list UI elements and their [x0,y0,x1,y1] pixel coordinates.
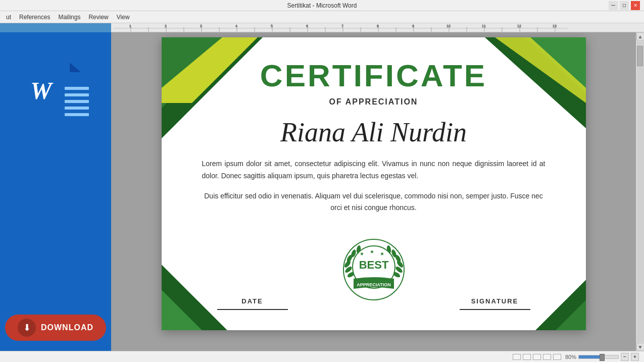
title-bar-controls: ─ □ ✕ [609,1,640,10]
signature-line [460,309,530,310]
svg-text:★: ★ [380,251,384,256]
menu-item-view[interactable]: View [114,13,133,22]
certificate-date-col: DATE [212,297,293,310]
scroll-track[interactable] [637,41,644,342]
download-button[interactable]: ⬇ DOWNLOAD [5,315,106,341]
svg-text:13: 13 [553,24,557,28]
view-icon-3[interactable] [533,354,541,360]
minimize-button[interactable]: ─ [609,1,618,10]
certificate-footer: DATE [202,229,546,310]
title-bar: Sertitikat - Microsoft Word ─ □ ✕ [0,0,644,11]
svg-text:10: 10 [447,24,451,28]
certificate-body-text-1: Lorem ipsum dolor sit amet, consectetur … [202,158,546,182]
ruler: // ruler marks — done in CSS/SVG static … [111,23,644,32]
svg-text:APPRECIATION: APPRECIATION [357,282,390,287]
svg-text:9: 9 [412,24,414,28]
svg-text:7: 7 [341,24,343,28]
menu-item-review[interactable]: Review [85,13,111,22]
scroll-down-arrow[interactable]: ▼ [636,343,645,351]
maximize-button[interactable]: □ [620,1,629,10]
zoom-minus-button[interactable]: − [621,353,629,361]
svg-text:12: 12 [517,24,521,28]
certificate-page: CERTIFICATE OF APPRECIATION Riana Ali Nu… [162,37,586,330]
certificate-subtitle: OF APPRECIATION [202,97,546,107]
document-area[interactable]: CERTIFICATE OF APPRECIATION Riana Ali Nu… [111,32,636,351]
title-bar-text: Sertitikat - Microsoft Word [287,2,357,9]
status-bar: 80% − + [0,351,644,362]
certificate-badge: ★ ★ ★ BEST APPRECIATION [333,229,414,310]
certificate-title: CERTIFICATE [202,58,546,93]
date-line [217,309,288,310]
app-body: W ⬇ DOWNLOAD [0,32,644,351]
view-icon-4[interactable] [543,354,551,360]
zoom-thumb[interactable] [600,354,605,361]
word-logo: W [5,63,106,164]
zoom-level: 80% [565,354,576,360]
svg-text:1: 1 [129,24,131,28]
certificate-signature-col: SIGNATURE [455,297,535,310]
svg-text:4: 4 [235,24,237,28]
ruler-inner: // ruler marks — done in CSS/SVG static … [111,23,644,32]
svg-text:★: ★ [360,251,364,256]
menu-item-mailings[interactable]: Mailings [55,13,83,22]
view-icon-1[interactable] [513,354,521,360]
scroll-thumb[interactable] [637,46,643,66]
signature-label: SIGNATURE [471,297,519,305]
scroll-up-arrow[interactable]: ▲ [636,32,645,40]
svg-text:6: 6 [306,24,308,28]
word-letter: W [30,79,52,103]
menu-item-references[interactable]: References [16,13,53,22]
date-label: DATE [241,297,263,305]
certificate-content: CERTIFICATE OF APPRECIATION Riana Ali Nu… [162,37,586,330]
svg-text:★: ★ [370,249,374,254]
certificate-recipient-name: Riana Ali Nurdin [202,117,546,148]
zoom-controls: 80% − + [565,353,639,361]
view-icon-5[interactable] [553,354,561,360]
svg-text:2: 2 [165,24,167,28]
menu-bar: ut References Mailings Review View [0,11,644,23]
svg-text:8: 8 [377,24,379,28]
left-panel: W ⬇ DOWNLOAD [0,32,111,351]
menu-item-ut[interactable]: ut [3,13,14,22]
right-scrollbar[interactable]: ▲ ▼ [636,32,644,351]
svg-text:3: 3 [200,24,202,28]
svg-text:11: 11 [482,24,486,28]
certificate-body-text-2: Duis efficitur sed odio in venenatis. Al… [202,190,546,215]
download-label: DOWNLOAD [41,323,93,332]
svg-text:5: 5 [271,24,273,28]
download-icon: ⬇ [18,319,36,337]
word-doc-lines [65,87,89,116]
view-icon-2[interactable] [523,354,531,360]
close-button[interactable]: ✕ [631,1,640,10]
svg-text:BEST: BEST [359,258,388,271]
zoom-plus-button[interactable]: + [631,353,639,361]
zoom-slider[interactable] [578,355,619,359]
